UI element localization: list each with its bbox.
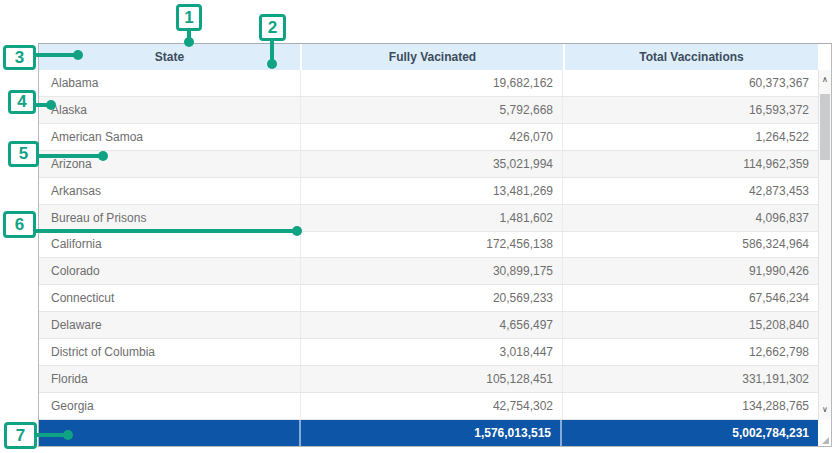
table-row[interactable]: American Samoa 426,070 1,264,522 [39, 124, 818, 151]
annotation-dot-7 [63, 430, 73, 440]
state-cell: Bureau of Prisons [39, 205, 301, 231]
table-row[interactable]: Connecticut 20,569,233 67,546,234 [39, 285, 818, 312]
fully-vacinated-cell: 35,021,994 [301, 151, 563, 177]
fully-vacinated-cell: 1,481,602 [301, 205, 563, 231]
total-vaccinations-cell: 134,288,765 [563, 393, 818, 419]
state-cell: Colorado [39, 258, 301, 284]
totals-state-cell [39, 420, 301, 446]
column-header-fully-vacinated[interactable]: Fully Vacinated [302, 44, 563, 70]
table-row[interactable]: Arizona 35,021,994 114,962,359 [39, 151, 818, 178]
table-row[interactable]: Arkansas 13,481,269 42,873,453 [39, 178, 818, 205]
state-cell: Alaska [39, 97, 301, 123]
annotation-line-5 [39, 154, 100, 158]
state-cell: Delaware [39, 312, 301, 338]
scroll-up-icon[interactable]: ∧ [819, 72, 831, 88]
annotation-line-2 [270, 41, 274, 60]
fully-vacinated-cell: 5,792,668 [301, 97, 563, 123]
total-vaccinations-cell: 4,096,837 [563, 205, 818, 231]
total-vaccinations-cell: 42,873,453 [563, 178, 818, 204]
annotation-badge-4: 4 [8, 90, 36, 114]
resize-grip-icon[interactable] [822, 437, 829, 444]
annotation-line-3 [36, 53, 75, 57]
total-vaccinations-cell: 16,593,372 [563, 97, 818, 123]
state-cell: Alabama [39, 70, 301, 96]
screenshot-stage: State Fully Vacinated Total Vaccinations… [0, 0, 833, 453]
annotation-dot-3 [73, 50, 83, 60]
annotation-dot-6 [292, 226, 302, 236]
total-vaccinations-cell: 1,264,522 [563, 124, 818, 150]
table-row[interactable]: Florida 105,128,451 331,191,302 [39, 366, 818, 393]
table-body: Alabama 19,682,162 60,373,367 Alaska 5,7… [39, 70, 818, 420]
annotation-badge-1: 1 [176, 4, 202, 31]
table-row[interactable]: District of Columbia 3,018,447 12,662,79… [39, 339, 818, 366]
table-row[interactable]: Alaska 5,792,668 16,593,372 [39, 97, 818, 124]
fully-vacinated-cell: 20,569,233 [301, 285, 563, 311]
state-cell: Connecticut [39, 285, 301, 311]
state-cell: District of Columbia [39, 339, 301, 365]
fully-vacinated-cell: 4,656,497 [301, 312, 563, 338]
annotation-dot-4 [46, 100, 56, 110]
annotation-badge-6: 6 [3, 211, 36, 238]
table-row[interactable]: Colorado 30,899,175 91,990,426 [39, 258, 818, 285]
state-cell: Arkansas [39, 178, 301, 204]
table-header-row: State Fully Vacinated Total Vaccinations [39, 44, 818, 70]
total-vaccinations-cell: 91,990,426 [563, 258, 818, 284]
scroll-down-icon[interactable]: ∨ [819, 402, 831, 418]
state-cell: American Samoa [39, 124, 301, 150]
annotation-badge-2: 2 [259, 14, 286, 41]
annotation-line-7 [37, 433, 65, 437]
fully-vacinated-cell: 172,456,138 [301, 232, 563, 258]
annotation-dot-1 [184, 37, 194, 47]
fully-vacinated-cell: 3,018,447 [301, 339, 563, 365]
vertical-scrollbar[interactable]: ∧ ∨ [818, 70, 831, 420]
table-row[interactable]: Bureau of Prisons 1,481,602 4,096,837 [39, 205, 818, 232]
table-row[interactable]: Delaware 4,656,497 15,208,840 [39, 312, 818, 339]
table-row[interactable]: Alabama 19,682,162 60,373,367 [39, 70, 818, 97]
table-row[interactable]: Georgia 42,754,302 134,288,765 [39, 393, 818, 420]
fully-vacinated-cell: 30,899,175 [301, 258, 563, 284]
annotation-dot-2 [267, 59, 277, 69]
column-header-total-vaccinations[interactable]: Total Vaccinations [565, 44, 818, 70]
fully-vacinated-cell: 426,070 [301, 124, 563, 150]
total-vaccinations-cell: 12,662,798 [563, 339, 818, 365]
totals-row: 1,576,013,515 5,002,784,231 [39, 420, 818, 446]
total-vaccinations-cell: 15,208,840 [563, 312, 818, 338]
scrollbar-thumb[interactable] [820, 94, 830, 160]
annotation-dot-5 [98, 151, 108, 161]
fully-vacinated-cell: 19,682,162 [301, 70, 563, 96]
total-vaccinations-cell: 114,962,359 [563, 151, 818, 177]
vaccinations-table: State Fully Vacinated Total Vaccinations… [38, 43, 832, 447]
total-vaccinations-cell: 586,324,964 [563, 232, 818, 258]
annotation-badge-3: 3 [3, 45, 36, 70]
fully-vacinated-cell: 42,754,302 [301, 393, 563, 419]
fully-vacinated-cell: 105,128,451 [301, 366, 563, 392]
state-cell: California [39, 232, 301, 258]
totals-total-vaccinations: 5,002,784,231 [562, 420, 818, 446]
annotation-badge-5: 5 [8, 141, 39, 167]
total-vaccinations-cell: 67,546,234 [563, 285, 818, 311]
total-vaccinations-cell: 331,191,302 [563, 366, 818, 392]
state-cell: Florida [39, 366, 301, 392]
annotation-line-6 [36, 229, 294, 233]
annotation-badge-7: 7 [4, 422, 37, 449]
totals-fully-vacinated: 1,576,013,515 [301, 420, 562, 446]
total-vaccinations-cell: 60,373,367 [563, 70, 818, 96]
state-cell: Georgia [39, 393, 301, 419]
table-row[interactable]: California 172,456,138 586,324,964 [39, 232, 818, 259]
fully-vacinated-cell: 13,481,269 [301, 178, 563, 204]
